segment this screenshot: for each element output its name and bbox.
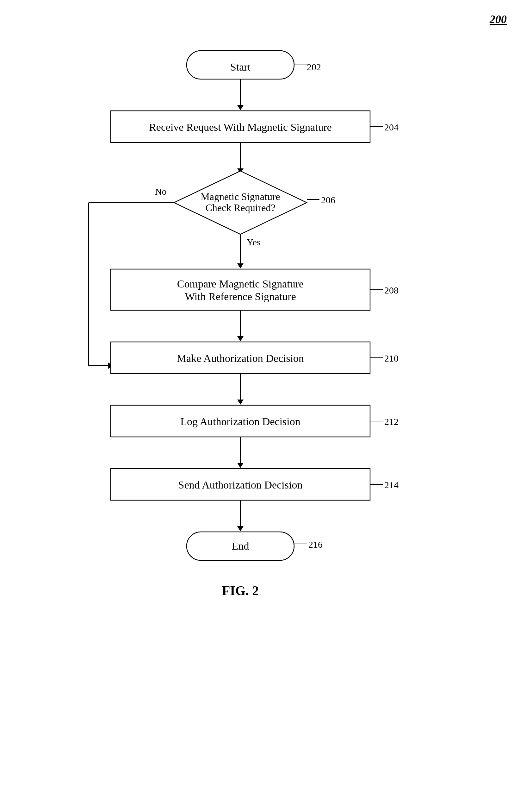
compare-ref: 208: [384, 285, 398, 295]
send-label: Send Authorization Decision: [178, 479, 303, 491]
send-ref: 214: [384, 480, 398, 490]
compare-line2: With Reference Signature: [185, 291, 296, 302]
end-label: End: [232, 540, 249, 552]
receive-label: Receive Request With Magnetic Signature: [149, 121, 332, 133]
receive-ref: 204: [384, 122, 398, 132]
diagram-container: 200 Start 202 Receive Request With Magne…: [0, 0, 532, 788]
yes-label: Yes: [247, 237, 261, 247]
log-label: Log Authorization Decision: [180, 416, 301, 428]
svg-rect-16: [111, 269, 370, 310]
make-ref: 210: [384, 353, 398, 363]
svg-marker-15: [237, 263, 244, 269]
svg-marker-3: [237, 105, 244, 110]
start-ref: 202: [307, 62, 321, 72]
log-ref: 212: [384, 416, 398, 427]
make-label: Make Authorization Decision: [177, 352, 304, 364]
decision-ref: 206: [321, 195, 335, 205]
decision-line2: Check Required?: [205, 202, 275, 213]
flowchart-svg: Start 202 Receive Request With Magnetic …: [0, 19, 532, 763]
svg-marker-31: [237, 526, 244, 531]
svg-marker-23: [237, 399, 244, 405]
compare-line1: Compare Magnetic Signature: [177, 278, 304, 290]
svg-marker-27: [237, 463, 244, 468]
end-ref: 216: [308, 539, 323, 550]
fig-caption: FIG. 2: [222, 584, 259, 598]
decision-line1: Magnetic Signature: [201, 191, 280, 202]
svg-marker-19: [237, 336, 244, 341]
no-label: No: [155, 186, 167, 197]
start-label: Start: [230, 61, 251, 73]
